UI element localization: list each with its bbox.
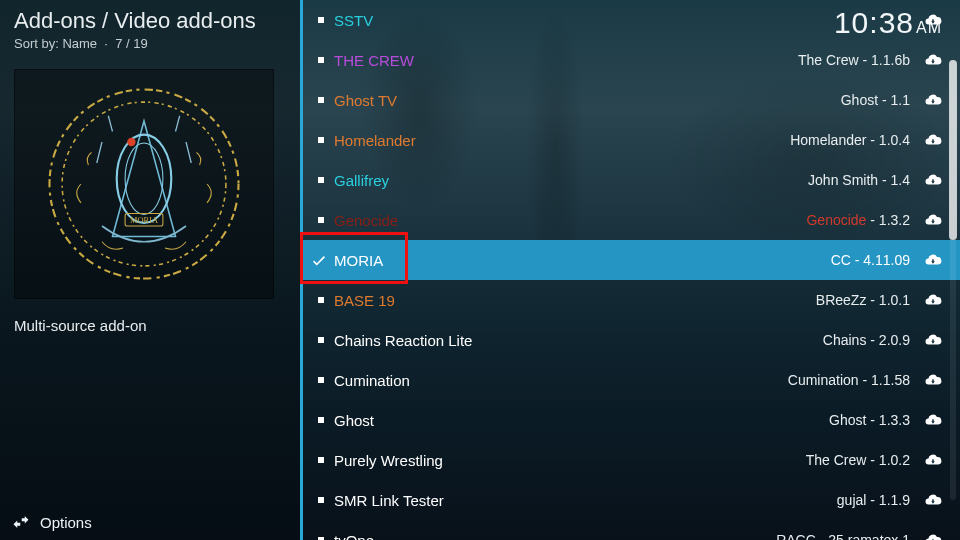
addon-name: THE CREW xyxy=(334,52,798,69)
sort-line: Sort by: Name · 7 / 19 xyxy=(14,36,286,51)
download-cloud-icon xyxy=(924,131,942,149)
options-button[interactable]: Options xyxy=(0,504,300,540)
svg-point-4 xyxy=(127,138,135,146)
addon-name: BASE 19 xyxy=(334,292,816,309)
addon-name: Purely Wrestling xyxy=(334,452,806,469)
scrollbar-thumb[interactable] xyxy=(949,60,957,240)
addon-name: MORIA xyxy=(334,252,831,269)
bullet-icon xyxy=(318,97,324,103)
bullet-icon xyxy=(318,337,324,343)
addon-name: Cumination xyxy=(334,372,788,389)
addon-meta: Genocide - 1.3.2 xyxy=(806,212,910,228)
addon-list[interactable]: SSTVTHE CREWThe Crew - 1.1.6bGhost TVGho… xyxy=(300,0,960,540)
download-cloud-icon xyxy=(924,491,942,509)
download-cloud-icon xyxy=(924,91,942,109)
download-cloud-icon xyxy=(924,171,942,189)
addon-meta: Chains - 2.0.9 xyxy=(823,332,910,348)
addon-row[interactable]: THE CREWThe Crew - 1.1.6b xyxy=(300,40,960,80)
addon-name: tvOne xyxy=(334,532,776,541)
addon-row[interactable]: SSTV xyxy=(300,0,960,40)
addon-row[interactable]: tvOneRACC - 25 ramatex 1 xyxy=(300,520,960,540)
addon-meta: gujal - 1.1.9 xyxy=(837,492,910,508)
addon-row[interactable]: HomelanderHomelander - 1.0.4 xyxy=(300,120,960,160)
list-position: 7 / 19 xyxy=(115,36,148,51)
breadcrumb: Add-ons / Video add-ons xyxy=(14,8,286,34)
addon-row[interactable]: GhostGhost - 1.3.3 xyxy=(300,400,960,440)
addon-row[interactable]: BASE 19BReeZz - 1.0.1 xyxy=(300,280,960,320)
addon-row[interactable]: MORIACC - 4.11.09 xyxy=(300,240,960,280)
bullet-icon xyxy=(318,217,324,223)
bullet-icon xyxy=(318,297,324,303)
download-cloud-icon xyxy=(924,531,942,540)
addon-meta: John Smith - 1.4 xyxy=(808,172,910,188)
addon-thumbnail: MORIA xyxy=(14,69,274,299)
addon-name: Ghost xyxy=(334,412,829,429)
addon-row[interactable]: GenocideGenocide - 1.3.2 xyxy=(300,200,960,240)
addon-meta: The Crew - 1.1.6b xyxy=(798,52,910,68)
bullet-icon xyxy=(318,57,324,63)
addon-meta: BReeZz - 1.0.1 xyxy=(816,292,910,308)
download-cloud-icon xyxy=(924,211,942,229)
addon-name: Homelander xyxy=(334,132,790,149)
download-cloud-icon xyxy=(924,451,942,469)
addon-name: SMR Link Tester xyxy=(334,492,837,509)
sort-label: Sort by: Name xyxy=(14,36,97,51)
bullet-icon xyxy=(318,177,324,183)
download-cloud-icon xyxy=(924,411,942,429)
addon-description: Multi-source add-on xyxy=(14,317,286,334)
svg-text:MORIA: MORIA xyxy=(130,216,158,225)
addon-meta: CC - 4.11.09 xyxy=(831,252,910,268)
addon-row[interactable]: Chains Reaction LiteChains - 2.0.9 xyxy=(300,320,960,360)
svg-point-3 xyxy=(125,143,163,214)
bullet-icon xyxy=(318,17,324,23)
download-cloud-icon xyxy=(924,251,942,269)
options-icon xyxy=(12,513,30,531)
addon-meta: The Crew - 1.0.2 xyxy=(806,452,910,468)
check-icon xyxy=(310,251,328,269)
addon-name: Chains Reaction Lite xyxy=(334,332,823,349)
addon-name: SSTV xyxy=(334,12,910,29)
bullet-icon xyxy=(318,457,324,463)
addon-name: Gallifrey xyxy=(334,172,808,189)
addon-row[interactable]: Ghost TVGhost - 1.1 xyxy=(300,80,960,120)
svg-point-0 xyxy=(50,90,239,279)
addon-meta: Homelander - 1.0.4 xyxy=(790,132,910,148)
download-cloud-icon xyxy=(924,331,942,349)
download-cloud-icon xyxy=(924,11,942,29)
bullet-icon xyxy=(318,137,324,143)
bullet-icon xyxy=(318,417,324,423)
addon-meta: RACC - 25 ramatex 1 xyxy=(776,532,910,540)
moria-artwork-icon: MORIA xyxy=(39,79,249,289)
addon-meta: Cumination - 1.1.58 xyxy=(788,372,910,388)
addon-meta: Ghost - 1.3.3 xyxy=(829,412,910,428)
addon-name: Genocide xyxy=(334,212,806,229)
addon-row[interactable]: CuminationCumination - 1.1.58 xyxy=(300,360,960,400)
download-cloud-icon xyxy=(924,291,942,309)
download-cloud-icon xyxy=(924,371,942,389)
addon-row[interactable]: SMR Link Testergujal - 1.1.9 xyxy=(300,480,960,520)
left-panel: Add-ons / Video add-ons Sort by: Name · … xyxy=(0,0,300,540)
addon-meta: Ghost - 1.1 xyxy=(841,92,910,108)
bullet-icon xyxy=(318,377,324,383)
addon-row[interactable]: GallifreyJohn Smith - 1.4 xyxy=(300,160,960,200)
download-cloud-icon xyxy=(924,51,942,69)
addon-name: Ghost TV xyxy=(334,92,841,109)
bullet-icon xyxy=(318,497,324,503)
addon-row[interactable]: Purely WrestlingThe Crew - 1.0.2 xyxy=(300,440,960,480)
options-label: Options xyxy=(40,514,92,531)
